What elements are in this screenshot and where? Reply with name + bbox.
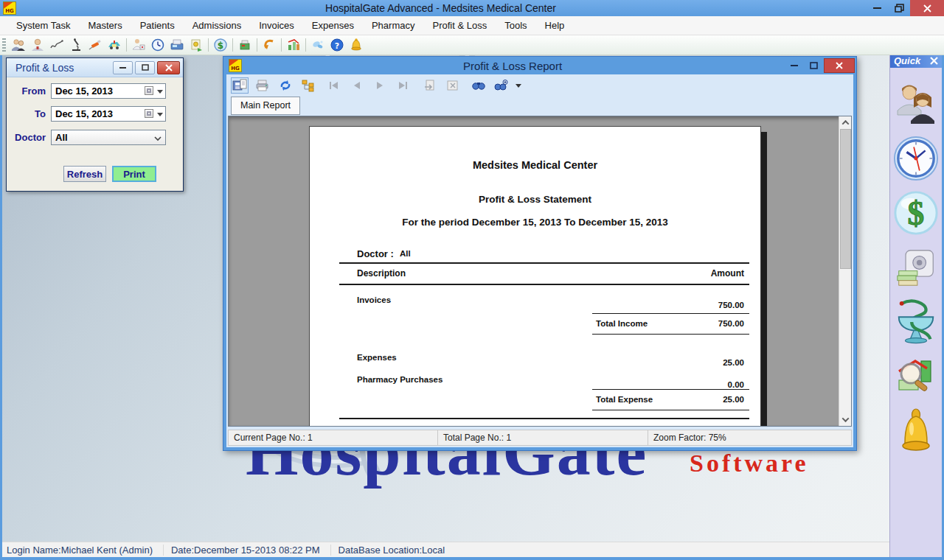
goto-page-icon[interactable] (421, 77, 439, 94)
dialog-titlebar: Profit & Loss (7, 58, 183, 77)
scrollbar-thumb[interactable] (840, 129, 851, 269)
menu-item-admissions[interactable]: Admissions (184, 16, 250, 35)
vertical-scrollbar[interactable] (839, 116, 851, 426)
chevron-down-icon (154, 136, 162, 141)
last-page-icon[interactable] (394, 77, 412, 94)
report-window-title: Profit & Loss Report (241, 60, 784, 72)
previous-page-icon[interactable] (348, 77, 366, 94)
doctor-select[interactable]: All (51, 130, 166, 145)
close-view-icon[interactable] (444, 77, 462, 94)
quick-pharmacy-icon[interactable] (893, 298, 939, 345)
refresh-icon[interactable] (277, 77, 294, 94)
calendar-icon[interactable] (145, 86, 153, 95)
doctor-label: Doctor (7, 132, 51, 143)
first-page-icon[interactable] (325, 77, 343, 94)
patient-icon[interactable] (28, 37, 47, 53)
report-close-button[interactable] (824, 58, 855, 73)
patients-group-icon[interactable] (9, 37, 28, 53)
restore-button[interactable] (888, 0, 910, 16)
report-subtotal-line (592, 410, 749, 410)
report-period-line: For the period December 15, 2013 To Dece… (310, 217, 760, 228)
dialog-close-button[interactable] (157, 61, 180, 74)
quick-reminders-bell-icon[interactable] (895, 408, 937, 454)
close-icon (165, 64, 173, 71)
expenses-chart-icon[interactable] (284, 37, 303, 53)
report-minimize-button[interactable] (784, 58, 804, 73)
toolbar-separator (281, 38, 282, 52)
dialog-minimize-button[interactable] (113, 61, 133, 74)
dialog-maximize-button[interactable] (135, 61, 155, 74)
lab-microscope-icon[interactable] (66, 37, 86, 53)
minimize-icon (873, 7, 881, 9)
zoom-icon[interactable] (493, 77, 510, 94)
injection-icon[interactable] (86, 37, 105, 53)
export-icon[interactable] (231, 77, 249, 94)
tab-main-report[interactable]: Main Report (231, 97, 300, 115)
report-page-viewer[interactable]: Medsites Medical Center Profit & Loss St… (228, 116, 852, 427)
quick-panel-header: Quick (890, 53, 942, 68)
minimize-button[interactable] (866, 0, 888, 16)
billing-dollar-icon[interactable]: $ (211, 37, 230, 53)
find-icon[interactable] (470, 77, 487, 94)
undo-icon[interactable] (260, 37, 279, 53)
laundry-splash-icon[interactable] (308, 37, 327, 53)
menu-item-pharmacy[interactable]: Pharmacy (363, 16, 424, 35)
quick-cash-icon[interactable] (896, 248, 936, 287)
quick-billing-dollar-icon[interactable]: $ (893, 190, 939, 236)
fax-icon[interactable] (167, 37, 187, 53)
menu-item-system-task[interactable]: System Task (7, 16, 79, 35)
menu-item-masters[interactable]: Masters (79, 16, 131, 35)
from-date-value: Dec 15, 2013 (55, 85, 113, 97)
quick-panel-title: Quick (894, 55, 930, 66)
menu-item-patients[interactable]: Patients (131, 16, 184, 35)
report-statusbar: Current Page No.: 1 Total Page No.: 1 Zo… (228, 430, 852, 446)
report-statement-title: Profit & Loss Statement (310, 194, 760, 205)
quick-patients-icon[interactable] (895, 83, 937, 125)
from-date-field[interactable]: Dec 15, 2013 (51, 83, 166, 99)
menu-item-expenses[interactable]: Expenses (303, 16, 363, 35)
close-button[interactable] (910, 0, 944, 16)
scroll-down-button[interactable] (839, 413, 852, 426)
report-maximize-button[interactable] (804, 58, 824, 73)
to-date-field[interactable]: Dec 15, 2013 (51, 106, 166, 122)
menu-item-profit-loss[interactable]: Profit & Loss (423, 16, 496, 35)
login-name-status: Login Name:Michael Kent (Admin) (2, 545, 163, 556)
refresh-button[interactable]: Refresh (63, 166, 106, 182)
menu-item-help[interactable]: Help (536, 16, 574, 35)
total-page-status: Total Page No.: 1 (437, 430, 648, 445)
report-row-label: Pharmacy Purchases (357, 375, 442, 384)
print-button[interactable]: Print (112, 166, 156, 182)
report-divider (339, 284, 749, 285)
scroll-up-button[interactable] (839, 116, 852, 129)
report-row-label: Total Income (596, 319, 648, 328)
cash-register-icon[interactable] (235, 37, 254, 53)
calendar-icon[interactable] (145, 109, 153, 118)
restore-icon (895, 4, 904, 13)
report-toolbar (226, 74, 853, 97)
menu-item-tools[interactable]: Tools (496, 16, 535, 35)
help-icon[interactable]: ? (327, 37, 347, 53)
chevron-down-icon[interactable] (157, 90, 163, 94)
menu-item-invoices[interactable]: Invoices (250, 16, 303, 35)
quick-close-icon[interactable] (930, 57, 938, 65)
chevron-down-icon[interactable] (157, 113, 163, 116)
ambulance-icon[interactable] (105, 37, 124, 53)
report-row-amount: 750.00 (718, 301, 744, 309)
menu-bar: System Task Masters Patients Admissions … (0, 16, 944, 35)
signature-icon[interactable] (47, 37, 66, 53)
toggle-group-tree-icon[interactable] (299, 77, 317, 94)
alerts-bell-icon[interactable] (347, 37, 366, 53)
appointments-clock-icon[interactable] (148, 37, 167, 53)
from-row: From Dec 15, 2013 (7, 83, 183, 99)
profit-loss-report-window: HG Profit & Loss Report (223, 56, 857, 451)
quick-search-reports-icon[interactable] (895, 355, 937, 398)
profit-loss-dialog: Profit & Loss From Dec 15, 2013 To Dec 1… (6, 57, 184, 192)
doctor-schedule-icon[interactable] (129, 37, 148, 53)
zoom-dropdown-caret-icon[interactable] (516, 84, 521, 88)
payments-icon[interactable] (187, 37, 206, 53)
report-row-label: Invoices (357, 295, 391, 304)
next-page-icon[interactable] (371, 77, 389, 94)
print-icon[interactable] (254, 77, 271, 94)
close-icon (836, 62, 843, 69)
quick-appointments-clock-icon[interactable] (893, 136, 939, 181)
